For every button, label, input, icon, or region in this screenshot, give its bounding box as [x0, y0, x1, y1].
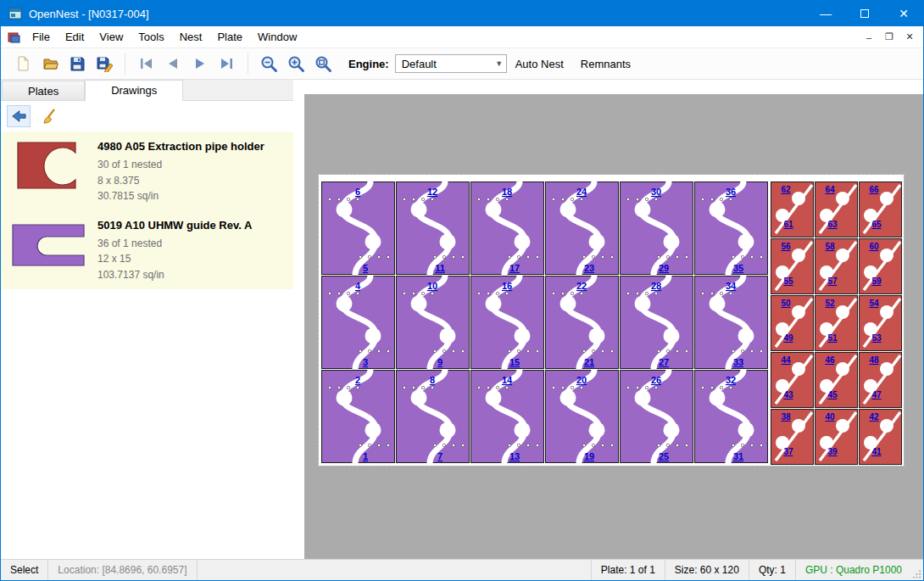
mdi-close-button[interactable]: ✕: [900, 29, 919, 46]
engine-select[interactable]: Default ▼: [395, 54, 507, 73]
drill-hole: [710, 292, 713, 294]
nested-purple-pair[interactable]: 2827: [620, 276, 693, 369]
drawing-item[interactable]: 4980 A05 Extraction pipe holder 30 of 1 …: [1, 131, 293, 210]
part-number: 46: [825, 355, 835, 365]
nested-red-pair[interactable]: 4847: [859, 352, 902, 408]
nested-purple-pair[interactable]: 2423: [545, 182, 619, 275]
save-button[interactable]: [64, 52, 91, 75]
nested-purple-pair[interactable]: 2019: [545, 370, 619, 463]
plate[interactable]: 65 1211 1817 2423: [319, 175, 904, 466]
nested-red-pair[interactable]: 5857: [815, 238, 858, 294]
previous-plate-button[interactable]: [159, 52, 186, 75]
nested-purple-pair[interactable]: 1211: [396, 182, 470, 275]
last-plate-button[interactable]: [214, 52, 241, 75]
remnants-button[interactable]: Remnants: [572, 58, 639, 70]
part-number: 58: [825, 242, 835, 251]
nested-purple-pair[interactable]: 3433: [694, 276, 768, 369]
part-number: 10: [427, 281, 437, 291]
drill-hole: [431, 292, 433, 294]
nested-red-pair[interactable]: 6665: [859, 182, 902, 237]
maximize-button[interactable]: [845, 1, 884, 26]
menu-item-file[interactable]: File: [25, 26, 58, 47]
nested-red-pair[interactable]: 6463: [815, 182, 858, 237]
drill-hole: [580, 292, 582, 294]
menubar: File Edit View Tools Nest Plate Window –…: [1, 26, 923, 48]
nested-purple-pair[interactable]: 1817: [470, 182, 544, 275]
nested-purple-pair[interactable]: 3635: [694, 182, 768, 275]
nested-red-pair[interactable]: 5453: [859, 295, 902, 351]
next-plate-button[interactable]: [186, 52, 214, 75]
close-button[interactable]: ✕: [884, 1, 923, 26]
nested-red-pair[interactable]: 4443: [771, 352, 814, 408]
menu-item-nest[interactable]: Nest: [172, 26, 210, 47]
mdi-restore-button[interactable]: ❐: [880, 29, 899, 46]
zoom-out-button[interactable]: [255, 52, 282, 75]
part-number: 64: [825, 185, 835, 194]
drill-hole: [582, 349, 585, 352]
drill-hole: [496, 198, 498, 200]
nested-purple-pair[interactable]: 1413: [470, 370, 544, 463]
nested-red-pair[interactable]: 5251: [815, 295, 858, 351]
part-number: 37: [783, 447, 793, 456]
nested-purple-pair[interactable]: 65: [321, 182, 395, 275]
nested-purple-pair[interactable]: 21: [321, 370, 395, 463]
drill-hole: [571, 386, 573, 388]
nested-purple-pair[interactable]: 2221: [545, 276, 619, 369]
part-number: 15: [509, 357, 520, 367]
menu-item-plate[interactable]: Plate: [209, 26, 250, 47]
nested-red-pair[interactable]: 4039: [815, 409, 858, 465]
resize-grip[interactable]: [911, 560, 923, 580]
first-plate-button[interactable]: [132, 52, 159, 75]
nested-red-pair[interactable]: 4241: [859, 409, 902, 465]
drawing-nested: 36 of 1 nested: [97, 236, 287, 252]
drawing-item[interactable]: 5019 A10 UHMW guide Rev. A 36 of 1 neste…: [1, 210, 293, 289]
part-number: 20: [576, 375, 587, 385]
drill-hole: [368, 444, 370, 446]
nested-purple-pair[interactable]: 3231: [694, 370, 768, 463]
tab-plates[interactable]: Plates: [2, 81, 85, 101]
part-number: 59: [871, 277, 882, 286]
auto-nest-button[interactable]: Auto Nest: [507, 58, 572, 70]
open-button[interactable]: [36, 52, 64, 75]
tab-drawings[interactable]: Drawings: [85, 80, 183, 101]
drill-hole: [526, 444, 529, 446]
clear-button[interactable]: [38, 105, 62, 127]
nested-purple-pair[interactable]: 109: [396, 276, 470, 369]
menu-item-edit[interactable]: Edit: [58, 26, 92, 47]
purple-part-shape: [8, 216, 89, 272]
canvas-background[interactable]: 65 1211 1817 2423: [304, 94, 923, 559]
menu-item-window[interactable]: Window: [250, 26, 304, 47]
import-drawing-button[interactable]: [7, 105, 31, 127]
nested-red-pair[interactable]: 6261: [771, 182, 814, 237]
nested-red-pair[interactable]: 5049: [771, 295, 814, 351]
mdi-minimize-button[interactable]: –: [860, 29, 878, 46]
nested-purple-pair[interactable]: 3029: [620, 182, 693, 275]
nest-canvas[interactable]: 65 1211 1817 2423: [293, 80, 923, 559]
nested-purple-pair[interactable]: 43: [321, 276, 395, 369]
red-parts-grid: 6261 6463 6665 5655 5857: [771, 182, 902, 465]
nested-red-pair[interactable]: 4645: [815, 352, 858, 408]
part-number: 4: [355, 281, 361, 291]
drill-hole: [421, 292, 424, 294]
drill-hole: [356, 386, 359, 388]
zoom-fit-button[interactable]: [309, 52, 337, 75]
new-file-button[interactable]: [9, 52, 36, 75]
nested-red-pair[interactable]: 6059: [859, 238, 902, 294]
nested-purple-pair[interactable]: 1615: [470, 276, 544, 369]
part-number: 63: [827, 220, 838, 229]
drill-hole: [601, 349, 604, 352]
menu-item-tools[interactable]: Tools: [131, 26, 171, 47]
nested-red-pair[interactable]: 3837: [771, 409, 814, 465]
drill-hole: [654, 386, 657, 388]
drill-hole: [368, 255, 370, 258]
minimize-button[interactable]: —: [806, 1, 845, 26]
part-number: 28: [651, 281, 661, 291]
drill-hole: [685, 349, 687, 352]
save-as-button[interactable]: [91, 52, 118, 75]
zoom-in-button[interactable]: [282, 52, 309, 75]
menu-item-view[interactable]: View: [92, 26, 131, 47]
drill-hole: [517, 349, 520, 352]
nested-purple-pair[interactable]: 87: [396, 370, 470, 463]
nested-red-pair[interactable]: 5655: [771, 238, 814, 294]
nested-purple-pair[interactable]: 2625: [620, 370, 693, 463]
